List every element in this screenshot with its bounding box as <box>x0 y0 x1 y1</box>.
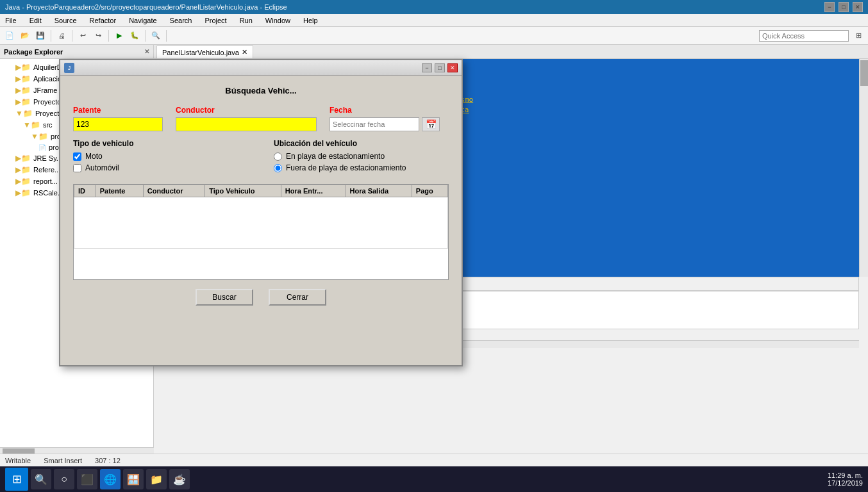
taskbar-time: 11:29 a. m. 17/12/2019 <box>828 472 863 487</box>
editor-vscrollbar[interactable] <box>859 59 868 277</box>
taskbar: ⊞ 🔍 ○ ⬛ 🌐 🪟 📁 ☕ 11:29 a. m. 17/12/2019 <box>0 466 868 492</box>
tb-undo[interactable]: ↩ <box>76 29 90 43</box>
tb-open[interactable]: 📂 <box>18 29 32 43</box>
auto-checkbox[interactable] <box>73 164 81 172</box>
menu-run[interactable]: Run <box>237 17 255 24</box>
auto-label: Automóvil <box>85 163 119 172</box>
pe-item-label: JRE Sy... <box>33 154 62 162</box>
moto-checkbox[interactable] <box>73 152 81 161</box>
dialog-close[interactable]: ✕ <box>447 63 458 72</box>
taskbar-chrome[interactable]: 🌐 <box>100 469 121 489</box>
tb-save[interactable]: 💾 <box>33 29 47 43</box>
folder-icon: ▼📁 <box>23 120 40 129</box>
tb-separator-3 <box>108 30 109 42</box>
menu-search[interactable]: Search <box>167 17 195 24</box>
folder-icon: ▶📁 <box>15 154 31 163</box>
dialog-maximize[interactable]: □ <box>435 63 445 72</box>
col-patente: Patente <box>96 185 143 197</box>
pe-item-label: JFrame <box>33 86 57 94</box>
start-button[interactable]: ⊞ <box>5 468 28 491</box>
fecha-field-group: Fecha 📅 <box>330 106 445 131</box>
folder-icon: ▼📁 <box>31 132 48 141</box>
status-position: 307 : 12 <box>95 457 121 464</box>
taskbar-cortana[interactable]: ○ <box>54 469 74 489</box>
dialog-body: Búsqueda Vehic... Patente Conductor Fech… <box>60 76 462 316</box>
tb-print[interactable]: 🖨 <box>54 29 69 43</box>
radio-fuera[interactable] <box>274 164 282 172</box>
tb-new[interactable]: 📄 <box>3 29 17 43</box>
conductor-input[interactable] <box>176 117 317 131</box>
taskbar-search[interactable]: 🔍 <box>31 469 51 489</box>
tb-separator-2 <box>72 30 72 42</box>
dialog-heading: Búsqueda Vehic... <box>73 86 449 95</box>
menu-refactor[interactable]: Refactor <box>87 17 119 24</box>
menu-navigate[interactable]: Navigate <box>126 17 159 24</box>
menu-bar: File Edit Source Refactor Navigate Searc… <box>0 14 868 27</box>
patente-label: Patente <box>73 106 163 115</box>
maximize-button[interactable]: □ <box>839 2 849 12</box>
tb-redo[interactable]: ↪ <box>91 29 105 43</box>
conductor-label: Conductor <box>176 106 317 115</box>
radio-fuera-row: Fuera de playa de estacionamiento <box>274 163 449 172</box>
close-window-button[interactable]: ✕ <box>853 2 863 12</box>
calendar-button[interactable]: 📅 <box>422 117 440 131</box>
pe-scroll-thumb <box>3 448 35 454</box>
menu-source[interactable]: Source <box>52 17 79 24</box>
cerrar-button[interactable]: Cerrar <box>269 289 326 306</box>
editor-tabs: PanelListarVehiculo.java ✕ <box>154 45 868 59</box>
dialog-titlebar: J − □ ✕ <box>60 60 462 76</box>
minimize-button[interactable]: − <box>824 2 835 12</box>
folder-icon: ▼📁 <box>15 109 33 118</box>
tb-search[interactable]: 🔍 <box>149 29 163 43</box>
patente-input[interactable] <box>73 117 163 131</box>
tb-separator-4 <box>145 30 146 42</box>
radio-playa-row: En playa de estacionamiento <box>274 152 449 161</box>
col-conductor: Conductor <box>143 185 204 197</box>
results-table-body <box>74 197 448 249</box>
dialog-buttons: Buscar Cerrar <box>73 289 449 306</box>
status-bar: Writable Smart Insert 307 : 12 <box>0 454 868 466</box>
tb-perspectives[interactable]: ⊞ <box>851 29 865 43</box>
menu-help[interactable]: Help <box>301 17 321 24</box>
taskbar-system-tray: 11:29 a. m. 17/12/2019 <box>828 472 863 487</box>
tb-debug[interactable]: 🐛 <box>128 29 142 43</box>
editor-tab-panel[interactable]: PanelListarVehiculo.java ✕ <box>156 45 253 58</box>
table-row <box>74 197 448 249</box>
dialog-minimize[interactable]: − <box>422 63 432 72</box>
editor-tab-label: PanelListarVehiculo.java <box>162 49 239 56</box>
folder-icon: ▶📁 <box>15 97 31 106</box>
pe-horizontal-scrollbar[interactable] <box>0 447 154 454</box>
ubicacion-label: Ubicación del vehículo <box>274 139 449 148</box>
menu-window[interactable]: Window <box>263 17 293 24</box>
taskbar-java[interactable]: ☕ <box>169 469 190 489</box>
radio-playa[interactable] <box>274 152 282 161</box>
menu-project[interactable]: Project <box>202 17 229 24</box>
folder-icon: ▶📁 <box>15 74 31 83</box>
package-explorer-title: Package Explorer <box>4 48 63 56</box>
folder-icon: ▶📁 <box>15 177 31 186</box>
pe-item-label: src <box>43 121 53 129</box>
fecha-input[interactable] <box>330 117 419 131</box>
status-smart-insert: Smart Insert <box>44 457 82 464</box>
window-title: Java - ProyectoParqueadero2/src/proyecto… <box>5 3 824 11</box>
file-icon: 📄 <box>38 144 46 151</box>
col-hora-salida: Hora Salida <box>346 185 412 197</box>
folder-icon: ▶📁 <box>15 188 31 197</box>
editor-vscroll-thumb <box>860 60 868 86</box>
pe-item-label: report... <box>33 177 58 185</box>
taskbar-windows[interactable]: 🪟 <box>123 469 144 489</box>
folder-icon: ▶📁 <box>15 165 31 174</box>
editor-tab-close[interactable]: ✕ <box>242 48 247 56</box>
taskbar-apps[interactable]: ⬛ <box>77 469 97 489</box>
results-table-container: ID Patente Conductor Tipo Vehiculo Hora … <box>73 184 449 280</box>
pe-item-label: Refere... <box>33 166 60 174</box>
tb-run[interactable]: ▶ <box>112 29 126 43</box>
package-explorer-header: Package Explorer ✕ <box>0 45 153 59</box>
quick-access-input[interactable] <box>759 30 849 42</box>
taskbar-folder[interactable]: 📁 <box>146 469 167 489</box>
package-explorer-close[interactable]: ✕ <box>144 48 149 55</box>
menu-file[interactable]: File <box>3 17 19 24</box>
moto-label: Moto <box>85 152 103 161</box>
menu-edit[interactable]: Edit <box>27 17 44 24</box>
buscar-button[interactable]: Buscar <box>196 289 253 306</box>
